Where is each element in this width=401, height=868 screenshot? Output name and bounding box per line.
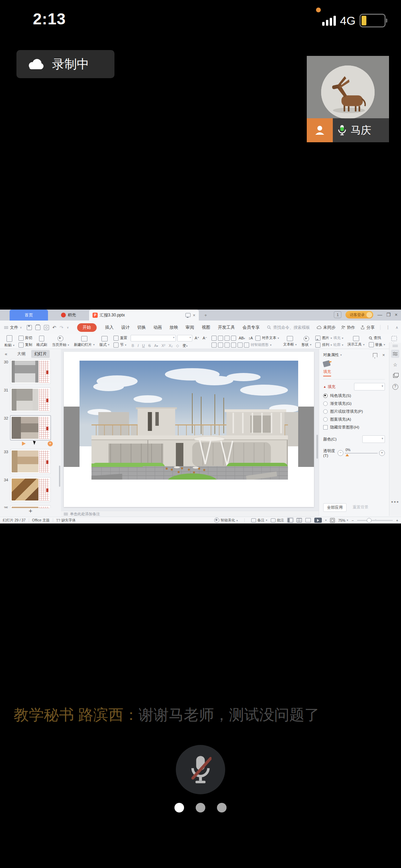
minimize-button[interactable]: —: [377, 312, 382, 317]
redo-icon[interactable]: ↷: [60, 325, 63, 330]
slide-sorter-view-icon[interactable]: [296, 518, 302, 522]
underline-button[interactable]: U: [141, 343, 146, 348]
pin-panel-icon[interactable]: [373, 353, 377, 357]
comments-button[interactable]: 批注: [271, 518, 284, 523]
bullet-list-icon[interactable]: [211, 336, 217, 341]
tab-slides[interactable]: 幻灯片: [31, 350, 50, 358]
option-picture-fill[interactable]: 图片或纹理填充(P): [323, 409, 385, 414]
ribbon-tab-review[interactable]: 审阅: [186, 323, 194, 332]
fill-preset-dropdown[interactable]: [354, 383, 385, 390]
format-painter-button[interactable]: 格式刷: [34, 336, 50, 347]
slide-thumb-30[interactable]: 30: [0, 359, 61, 384]
slide-thumb-31[interactable]: 31: [0, 387, 61, 412]
replace-button[interactable]: 替换▾: [369, 342, 385, 347]
paste-button[interactable]: 粘贴▾: [2, 335, 17, 348]
drag-handle-icon[interactable]: [392, 345, 398, 347]
justify-icon[interactable]: [231, 342, 236, 348]
share-button[interactable]: 分享: [361, 325, 375, 330]
add-slide-button[interactable]: +: [0, 507, 61, 515]
notes-bar[interactable]: 单击此处添加备注: [61, 511, 319, 517]
slideshow-play-button[interactable]: [314, 518, 322, 523]
restore-button[interactable]: ❐: [386, 312, 391, 317]
option-hide-background[interactable]: 隐藏背景图形(H): [323, 425, 385, 430]
page-dot[interactable]: [196, 803, 205, 812]
play-options-caret[interactable]: ▾: [325, 519, 327, 522]
participant-tile[interactable]: 马庆: [307, 56, 389, 142]
duplicate-icon[interactable]: [391, 372, 399, 380]
transparency-slider[interactable]: 0%: [345, 453, 378, 454]
notes-toggle-button[interactable]: 备注▾: [251, 518, 267, 523]
canvas-scrollbar[interactable]: [316, 435, 318, 459]
zoom-in-button[interactable]: +: [396, 518, 398, 522]
reset-button[interactable]: 重置: [113, 336, 127, 341]
textbox-button[interactable]: 文本框▾: [281, 336, 299, 347]
reading-view-icon[interactable]: [305, 518, 311, 522]
section-expand-icon[interactable]: ▲: [323, 385, 326, 388]
new-slide-button[interactable]: 新建幻灯片▾: [72, 336, 97, 347]
fill-button[interactable]: 填充▾: [333, 336, 343, 340]
ribbon-tab-animation[interactable]: 动画: [154, 323, 162, 332]
font-name-box[interactable]: [131, 335, 176, 341]
ribbon-tab-transition[interactable]: 切换: [137, 323, 146, 332]
strike-button[interactable]: S: [147, 343, 151, 348]
print-preview-icon[interactable]: [44, 325, 49, 330]
missing-font-label[interactable]: 缺失字体: [61, 518, 76, 523]
ribbon-tab-view[interactable]: 视图: [202, 323, 210, 332]
ribbon-tab-slideshow[interactable]: 放映: [170, 323, 178, 332]
collapse-ribbon-icon[interactable]: ∧: [396, 325, 398, 330]
layout-button[interactable]: 版式▾: [97, 336, 112, 347]
present-tools-button[interactable]: 演示工具▾: [345, 336, 367, 347]
tab-document[interactable]: P 汇报3.30.pptx ×: [89, 310, 199, 321]
new-tab-button[interactable]: +: [199, 310, 212, 321]
text-direction-icon[interactable]: AB▾: [238, 336, 246, 340]
line-spacing-icon[interactable]: ↕A: [247, 336, 254, 340]
save-icon[interactable]: [27, 325, 32, 330]
play-slide-icon[interactable]: [22, 442, 26, 446]
zoom-percent[interactable]: 75%▾: [338, 518, 348, 522]
bold-button[interactable]: B: [131, 343, 135, 348]
zoom-slider-knob[interactable]: [367, 518, 372, 523]
close-tab-icon[interactable]: ×: [193, 313, 195, 318]
ribbon-tab-insert[interactable]: 插入: [105, 323, 114, 332]
sync-status[interactable]: 未同步: [317, 325, 336, 330]
collapse-panel-icon[interactable]: «: [5, 351, 7, 357]
collaborate-button[interactable]: 协作: [341, 325, 355, 330]
find-button[interactable]: 查找: [369, 336, 385, 340]
mic-mute-button[interactable]: [176, 745, 225, 794]
align-text-button[interactable]: 对齐文本▾: [255, 336, 279, 341]
color-dropdown[interactable]: [362, 435, 385, 443]
architecture-render-image[interactable]: [80, 361, 298, 480]
numbered-list-icon[interactable]: [218, 336, 223, 341]
align-right-icon[interactable]: [224, 342, 230, 348]
increase-font-icon[interactable]: A⁺: [194, 336, 200, 340]
quick-access-caret[interactable]: ∨: [67, 326, 69, 329]
ribbon-tab-start[interactable]: 开始: [77, 323, 97, 332]
decrease-font-icon[interactable]: A⁻: [202, 336, 208, 340]
subscript-icon[interactable]: X₂: [168, 343, 174, 348]
tab-docer[interactable]: 稻壳: [48, 310, 89, 321]
undo-icon[interactable]: ↶: [52, 325, 56, 330]
indent-increase-icon[interactable]: [231, 336, 236, 341]
transparency-minus-button[interactable]: −: [338, 450, 343, 456]
fit-slide-icon[interactable]: [330, 518, 335, 523]
zoom-slider[interactable]: [357, 520, 393, 521]
print-icon[interactable]: [35, 325, 40, 330]
ribbon-tab-member[interactable]: 会员专享: [243, 323, 260, 332]
to-smart-graphic-button[interactable]: 转智能图形▾: [244, 342, 271, 348]
more-tools-icon[interactable]: ●●●: [389, 500, 401, 504]
ribbon-tab-design[interactable]: 设计: [121, 323, 130, 332]
copy-button[interactable]: 复制: [19, 342, 32, 348]
fill-tab[interactable]: 填充: [323, 369, 331, 376]
option-gradient-fill[interactable]: 渐变填充(G): [323, 401, 385, 406]
ribbon-tab-developer[interactable]: 开发工具: [218, 323, 235, 332]
clear-format-icon[interactable]: ◇: [175, 343, 180, 348]
close-panel-icon[interactable]: ×: [382, 352, 385, 358]
insert-slide-icon[interactable]: +: [48, 441, 53, 446]
more-menu-icon[interactable]: ⋮: [386, 325, 390, 330]
arrange-button[interactable]: 排列▾: [315, 342, 332, 348]
guest-login-pill[interactable]: 访客登录: [345, 311, 373, 318]
transparency-plus-button[interactable]: +: [379, 450, 385, 456]
properties-sliders-icon[interactable]: [391, 350, 399, 358]
zoom-out-button[interactable]: −: [352, 518, 354, 522]
slide-canvas[interactable]: [61, 349, 319, 511]
